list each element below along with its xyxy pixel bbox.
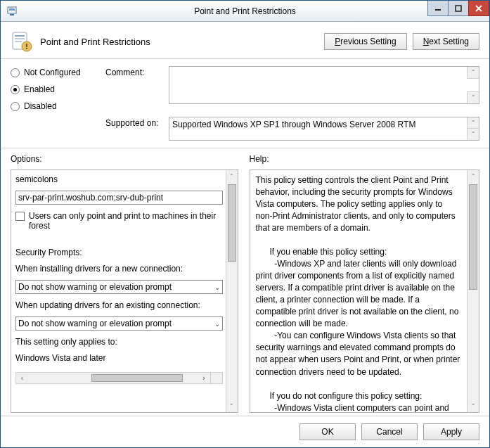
svg-rect-2 <box>10 14 14 15</box>
scroll-up-icon[interactable]: ˄ <box>226 170 238 182</box>
servers-input[interactable]: srv-par-print.woshub.com;srv-dub-print <box>15 191 223 205</box>
radio-icon <box>11 102 20 111</box>
vscroll-thumb[interactable] <box>469 184 477 290</box>
radio-disabled[interactable]: Disabled <box>11 101 105 111</box>
previous-setting-button[interactable]: Previous Setting <box>324 33 406 50</box>
supported-on-value: Supported Windows XP SP1 through Windows… <box>169 117 479 140</box>
cancel-button[interactable]: Cancel <box>361 423 418 440</box>
maximize-button[interactable] <box>448 1 469 16</box>
policy-header: Point and Print Restrictions Previous Se… <box>1 22 489 59</box>
window-title: Point and Print Restrictions <box>1 6 489 16</box>
radio-not-configured[interactable]: Not Configured <box>11 68 105 77</box>
comment-field[interactable]: ˄ ˅ <box>169 66 479 104</box>
gpo-editor-window: Point and Print Restrictions <box>0 0 490 448</box>
minimize-button[interactable] <box>427 1 449 16</box>
comment-value <box>169 67 479 103</box>
scroll-corner <box>210 373 222 383</box>
radio-label: Disabled <box>24 101 57 111</box>
svg-rect-1 <box>9 8 15 11</box>
options-vscrollbar[interactable]: ˄ ˅ <box>226 170 238 412</box>
apply-button[interactable]: Apply <box>423 423 479 440</box>
install-drivers-label: When installing drivers for a new connec… <box>15 264 223 274</box>
options-pane: Options: semicolons srv-par-print.woshub… <box>1 148 245 416</box>
servers-value: srv-par-print.woshub.com;srv-dub-print <box>18 193 163 203</box>
checkbox-icon <box>15 212 25 221</box>
app-icon <box>6 6 18 17</box>
supported-on-label: Supported on: <box>105 118 158 128</box>
svg-rect-4 <box>456 6 461 11</box>
vscroll-thumb[interactable] <box>228 184 236 262</box>
scroll-down-icon[interactable]: ˅ <box>467 91 479 103</box>
radio-enabled[interactable]: Enabled <box>11 84 105 94</box>
policy-state-radios: Not Configured Enabled Disabled <box>11 66 105 111</box>
options-box: semicolons srv-par-print.woshub.com;srv-… <box>11 169 238 413</box>
supported-on-field: Supported Windows XP SP1 through Windows… <box>169 117 479 141</box>
ok-button[interactable]: OK <box>299 423 356 440</box>
options-hscrollbar[interactable]: ‹ › <box>15 372 223 384</box>
scroll-down-icon[interactable]: ˅ <box>467 128 479 140</box>
chevron-down-icon: ⌄ <box>210 320 220 328</box>
scroll-down-icon[interactable]: ˅ <box>226 400 238 412</box>
nav-buttons: Previous Setting Next Setting <box>324 33 479 50</box>
help-text: This policy setting controls the client … <box>250 170 468 412</box>
next-setting-button[interactable]: Next Setting <box>413 33 479 50</box>
scroll-right-icon[interactable]: › <box>198 373 210 383</box>
radio-label: Enabled <box>24 84 55 94</box>
panes: Options: semicolons srv-par-print.woshub… <box>1 148 489 416</box>
scroll-left-icon[interactable]: ‹ <box>16 373 28 383</box>
help-box: This policy setting controls the client … <box>250 169 480 413</box>
close-button[interactable] <box>468 1 489 16</box>
forest-checkbox-label: Users can only point and print to machin… <box>29 211 223 231</box>
update-drivers-label: When updating drivers for an existing co… <box>15 300 223 310</box>
applies-to-label: This setting only applies to: <box>15 337 223 347</box>
options-label: Options: <box>11 154 238 164</box>
options-top-line: semicolons <box>15 174 223 184</box>
svg-rect-8 <box>15 35 25 37</box>
update-drivers-select[interactable]: Do not show warning or elevation prompt … <box>15 316 223 331</box>
svg-rect-13 <box>26 48 27 49</box>
scroll-up-icon[interactable]: ˄ <box>467 67 479 79</box>
install-drivers-value: Do not show warning or elevation prompt <box>18 282 172 292</box>
svg-rect-9 <box>15 38 25 39</box>
forest-checkbox-row[interactable]: Users can only point and print to machin… <box>15 211 223 231</box>
help-label: Help: <box>250 154 480 164</box>
dialog-footer: OK Cancel Apply <box>1 416 489 447</box>
applies-to-value: Windows Vista and later <box>15 353 223 363</box>
scroll-up-icon[interactable]: ˄ <box>468 170 479 182</box>
titlebar: Point and Print Restrictions <box>1 1 489 22</box>
install-drivers-select[interactable]: Do not show warning or elevation prompt … <box>15 280 223 294</box>
radio-label: Not Configured <box>24 68 81 77</box>
hscroll-thumb[interactable] <box>91 374 183 382</box>
policy-state-section: Not Configured Enabled Disabled Comment:… <box>1 59 489 148</box>
window-controls <box>428 1 489 16</box>
chevron-down-icon: ⌄ <box>210 283 220 291</box>
comment-label: Comment: <box>105 68 144 77</box>
security-prompts-heading: Security Prompts: <box>15 248 223 257</box>
help-pane: Help: This policy setting controls the c… <box>245 148 490 416</box>
scroll-down-icon[interactable]: ˅ <box>468 400 479 412</box>
update-drivers-value: Do not show warning or elevation prompt <box>18 319 172 328</box>
policy-icon <box>11 30 33 53</box>
page-title: Point and Print Restrictions <box>40 37 317 47</box>
svg-rect-10 <box>15 41 22 42</box>
radio-icon <box>11 68 20 77</box>
radio-icon <box>11 85 20 94</box>
help-vscrollbar[interactable]: ˄ ˅ <box>467 170 479 412</box>
svg-rect-12 <box>26 44 27 47</box>
